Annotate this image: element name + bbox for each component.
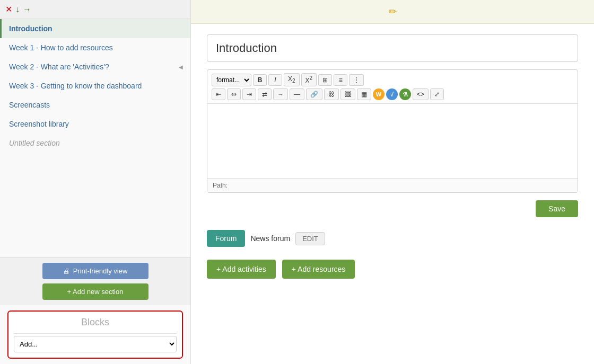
move-down-icon[interactable]: ↓ (15, 5, 20, 14)
nav-item-screencasts[interactable]: Screencasts (0, 95, 190, 114)
close-icon[interactable]: ✕ (5, 4, 12, 14)
add-section-button[interactable]: + Add new section (42, 283, 148, 300)
section-title: Introduction (207, 34, 578, 62)
link-button[interactable]: 🔗 (306, 88, 322, 100)
editor-toolbar: format... B I X2 X2 ⊞ ≡ ⋮ ⇤ ⇔ ⇥ (207, 70, 578, 104)
nav-item-screenshot-library[interactable]: Screenshot library (0, 114, 190, 134)
indent-button[interactable]: → (273, 88, 288, 100)
move-right-icon[interactable]: → (23, 5, 31, 14)
sidebar-actions: 🖨 Print-friendly view + Add new section (0, 257, 190, 305)
blocks-title: Blocks (14, 317, 177, 328)
main-content: ✏ Introduction format... B I X2 X2 (191, 0, 594, 364)
bold-button[interactable]: B (253, 74, 267, 86)
pencil-icon[interactable]: ✏ (389, 6, 397, 17)
align-left-button[interactable]: ⇤ (212, 88, 225, 100)
table-button[interactable]: ▦ (357, 88, 371, 100)
blocks-add-select[interactable]: Add... (14, 336, 177, 352)
forum-row: Forum News forum EDIT (207, 225, 578, 252)
print-friendly-button[interactable]: 🖨 Print-friendly view (42, 263, 148, 279)
add-activities-button[interactable]: + Add activities (207, 260, 276, 279)
sidebar-nav: Introduction Week 1 - How to add resourc… (0, 19, 190, 257)
nav-item-week2[interactable]: Week 2 - What are 'Activities'? ◀ (0, 57, 190, 76)
toolbar-row-1: format... B I X2 X2 ⊞ ≡ ⋮ (212, 73, 573, 86)
fullscreen-button[interactable]: ⤢ (430, 88, 444, 100)
formula-btn[interactable]: √ (386, 88, 398, 100)
italic-button[interactable]: I (268, 74, 282, 86)
special-char-button[interactable]: ⊞ (318, 74, 332, 86)
align-center-button[interactable]: ⇔ (227, 88, 241, 100)
actions-row: + Add activities + Add resources (207, 260, 578, 289)
hr-button[interactable]: — (290, 88, 304, 100)
nav-item-week1[interactable]: Week 1 - How to add resources (0, 38, 190, 57)
subscript-button[interactable]: X2 (284, 73, 300, 86)
nav-item-introduction[interactable]: Introduction (0, 19, 190, 38)
editor-body[interactable] (207, 104, 578, 178)
nav-item-week3[interactable]: Week 3 - Getting to know the dashboard (0, 76, 190, 95)
rich-text-editor: format... B I X2 X2 ⊞ ≡ ⋮ ⇤ ⇔ ⇥ (207, 69, 578, 193)
format-select[interactable]: format... (212, 74, 251, 86)
content-area: Introduction format... B I X2 X2 ⊞ ≡ (191, 24, 594, 300)
main-header: ✏ (191, 0, 594, 24)
news-forum-label: News forum (250, 234, 290, 243)
align-justify-button[interactable]: ⇄ (258, 88, 272, 100)
toolbar-row-2: ⇤ ⇔ ⇥ ⇄ → — 🔗 ⛓ 🖼 ▦ W √ ⚗ <> ⤢ (212, 88, 573, 100)
orange-btn[interactable]: W (373, 88, 385, 100)
add-resources-button[interactable]: + Add resources (282, 260, 355, 279)
unlink-button[interactable]: ⛓ (324, 88, 339, 100)
chemistry-btn[interactable]: ⚗ (399, 88, 411, 100)
image-button[interactable]: 🖼 (340, 88, 355, 100)
forum-button[interactable]: Forum (207, 230, 245, 247)
nav-item-untitled[interactable]: Untitled section (0, 134, 190, 153)
editor-path: Path: (207, 178, 578, 192)
print-icon: 🖨 (63, 267, 70, 275)
align-right-button[interactable]: ⇥ (242, 88, 256, 100)
unordered-list-button[interactable]: ⋮ (349, 74, 364, 86)
blocks-panel: Blocks Add... (7, 310, 183, 359)
superscript-button[interactable]: X2 (301, 73, 317, 86)
sidebar-toolbar: ✕ ↓ → (0, 0, 190, 19)
sidebar: ✕ ↓ → Introduction Week 1 - How to add r… (0, 0, 191, 364)
save-row: Save (207, 200, 578, 217)
save-button[interactable]: Save (536, 200, 578, 217)
ordered-list-button[interactable]: ≡ (334, 74, 347, 86)
code-button[interactable]: <> (413, 88, 429, 100)
nav-arrow-icon: ◀ (179, 64, 183, 70)
edit-button[interactable]: EDIT (295, 232, 325, 245)
